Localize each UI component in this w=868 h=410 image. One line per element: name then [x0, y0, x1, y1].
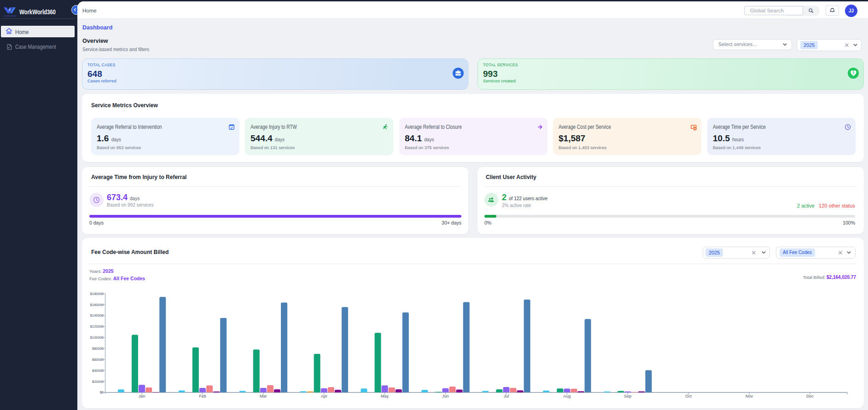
svg-text:$60000: $60000	[92, 358, 104, 362]
svg-text:Sep: Sep	[624, 394, 631, 398]
svg-text:$80000: $80000	[92, 346, 104, 351]
svg-text:$40000: $40000	[92, 369, 104, 373]
svg-text:$: $	[694, 127, 696, 130]
svg-text:Apr: Apr	[321, 394, 327, 398]
svg-text:Mar: Mar	[260, 394, 267, 398]
svg-text:$120000: $120000	[90, 324, 104, 329]
svg-text:$20000: $20000	[92, 380, 104, 384]
svg-text:$100000: $100000	[90, 335, 104, 340]
svg-text:Jun: Jun	[442, 394, 449, 398]
svg-text:Jan: Jan	[139, 394, 146, 398]
svg-text:Jul: Jul	[504, 394, 509, 398]
svg-text:$160000: $160000	[90, 303, 104, 307]
svg-text:Dec: Dec	[806, 394, 814, 398]
svg-text:May: May	[381, 394, 389, 398]
svg-text:Nov: Nov	[746, 394, 753, 398]
svg-text:$140000: $140000	[90, 313, 104, 318]
svg-text:Feb: Feb	[199, 394, 206, 398]
svg-text:$180000: $180000	[90, 292, 104, 296]
svg-text:Aug: Aug	[563, 394, 571, 398]
svg-text:Oct: Oct	[685, 394, 692, 398]
